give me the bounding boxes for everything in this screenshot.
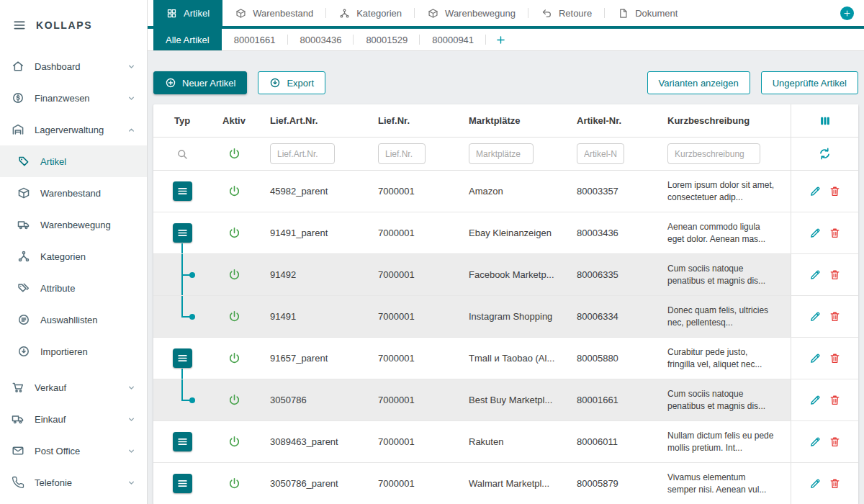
delete-icon[interactable] [829,352,841,364]
tab-label: Kategorien [356,8,402,19]
delete-icon[interactable] [829,269,841,281]
active-cell [211,435,257,449]
tag-icon [17,155,30,168]
row-variants-button[interactable] [173,181,192,201]
delete-icon[interactable] [829,477,841,490]
return-icon [541,8,552,19]
delete-icon[interactable] [829,394,841,406]
table-row-5[interactable]: 91657_parent 7000001 Tmall и Taobao (Al.… [153,338,858,379]
sidebar-item-importieren[interactable]: Importieren [0,336,147,367]
chevron-icon [126,446,137,456]
tab-artikel[interactable]: Artikel [153,0,222,26]
main-tabbar: Artikel Warenbestand Kategorien Warenbew… [148,0,864,29]
article-subtabs: Alle Artikel8000166180003436800015298000… [153,29,486,50]
artikel-nr-cell: 80003436 [564,228,654,238]
active-toggle-icon[interactable] [228,393,241,407]
sidebar-item-verkauf[interactable]: Verkauf [0,372,147,403]
edit-icon[interactable] [809,477,822,490]
filter-lief-art-nr-input[interactable] [270,143,335,164]
sidebar-item-lagerverwaltung[interactable]: Lagerverwaltung [0,114,147,145]
subtab-alle-artikel[interactable]: Alle Artikel [153,29,222,50]
table-row-3[interactable]: 91492 7000001 Facebook Marketp... 800063… [153,254,858,296]
active-toggle-icon[interactable] [228,184,241,198]
filter-kurzbeschreibung-input[interactable] [667,143,760,164]
show-variants-button[interactable]: Varianten anzeigen [647,71,750,94]
tab-warenbestand[interactable]: Warenbestand [222,0,326,26]
table-row-2[interactable]: 91491_parent 7000001 Ebay Kleinanzeigen … [153,212,858,254]
delete-icon[interactable] [829,227,841,239]
export-button[interactable]: Export [258,71,325,94]
sidebar-item-post-office[interactable]: Post Office [0,435,147,467]
sidebar-item-finanzwesen[interactable]: Finanzwesen [0,82,147,114]
header-kurzbeschreibung: Kurzbeschreibung [654,115,791,126]
marktplatz-cell: Best Buy Marketpl... [456,395,564,405]
sidebar-item-dashboard[interactable]: Dashboard [0,50,147,82]
active-toggle-icon[interactable] [228,226,241,240]
subtab-80000941[interactable]: 80000941 [420,29,486,50]
edit-icon[interactable] [809,436,822,448]
active-toggle-icon[interactable] [228,268,241,282]
sidebar-item-telefonie[interactable]: Telefonie [0,467,147,498]
filter-marktplaetze-input[interactable] [469,143,534,164]
edit-icon[interactable] [809,269,822,281]
table-row-6[interactable]: 3050786 7000001 Best Buy Marketpl... 800… [153,379,858,421]
table-row-1[interactable]: 45982_parent 7000001 Amazon 80003357 Lor… [153,171,858,212]
tree-connector-dot [189,397,195,403]
lief-art-nr-cell: 3050786_parent [257,478,365,489]
row-variants-button[interactable] [173,432,192,451]
active-toggle-icon[interactable] [228,310,241,323]
add-tab-button[interactable] [840,6,854,20]
sidebar-item-einkauf[interactable]: Einkauf [0,403,147,435]
tab-retoure[interactable]: Retoure [528,0,605,26]
tags-icon [17,282,30,294]
sidebar-item-warenbewegung[interactable]: Warenbewegung [0,209,147,240]
lief-nr-cell: 7000001 [365,478,456,489]
row-variants-button[interactable] [173,223,192,243]
active-toggle-icon[interactable] [228,477,241,490]
sidebar-item-attribute[interactable]: Attribute [0,272,147,304]
refresh-icon[interactable] [818,147,832,161]
artikel-nr-cell: 80001661 [564,395,654,405]
tab-kategorien[interactable]: Kategorien [326,0,415,26]
filter-artikel-nr-input[interactable] [577,143,624,164]
edit-icon[interactable] [809,227,822,239]
edit-icon[interactable] [809,352,822,364]
filter-lief-nr-input[interactable] [378,143,426,164]
delete-icon[interactable] [829,310,841,323]
lief-nr-cell: 7000001 [365,353,456,364]
lief-nr-cell: 7000001 [365,186,456,197]
edit-icon[interactable] [809,394,822,406]
sidebar-item-warenbestand[interactable]: Warenbestand [0,177,147,209]
edit-icon[interactable] [809,185,822,197]
sidebar-item-kategorien[interactable]: Kategorien [0,240,147,272]
active-cell [211,477,257,490]
chevron-icon [126,93,137,104]
active-cell [211,226,257,240]
lief-art-nr-cell: 91657_parent [257,353,365,364]
subtab-80001529[interactable]: 80001529 [354,29,420,50]
sidebar-item-label: Auswahllisten [40,315,137,325]
add-article-tab-button[interactable] [495,34,507,46]
active-toggle-icon[interactable] [228,351,241,365]
active-filter-icon[interactable] [228,147,241,161]
table-row-8[interactable]: 3050786_parent 7000001 Walmart Marketpl.… [153,463,858,504]
sidebar-item-artikel[interactable]: Artikel [0,145,147,177]
edit-icon[interactable] [809,310,822,323]
menu-icon[interactable] [12,18,27,32]
delete-icon[interactable] [829,436,841,448]
delete-icon[interactable] [829,185,841,197]
subtab-80003436[interactable]: 80003436 [288,29,354,50]
lief-art-nr-cell: 45982_parent [257,186,365,197]
subtab-80001661[interactable]: 80001661 [222,29,288,50]
tab-warenbewegung[interactable]: Warenbewegung [415,0,528,26]
tab-dokument[interactable]: Dokument [605,0,690,26]
columns-icon[interactable] [819,114,832,127]
row-variants-button[interactable] [173,348,192,368]
unapproved-articles-button[interactable]: Ungeprüfte Artikel [761,71,858,94]
row-variants-button[interactable] [173,474,192,493]
active-toggle-icon[interactable] [228,435,241,449]
new-article-button[interactable]: Neuer Artikel [153,71,247,94]
table-row-4[interactable]: 91491 7000001 Instagram Shopping 8000633… [153,296,858,338]
sidebar-item-auswahllisten[interactable]: Auswahllisten [0,304,147,336]
table-row-7[interactable]: 3089463_parent 7000001 Rakuten 80006011 … [153,421,858,463]
